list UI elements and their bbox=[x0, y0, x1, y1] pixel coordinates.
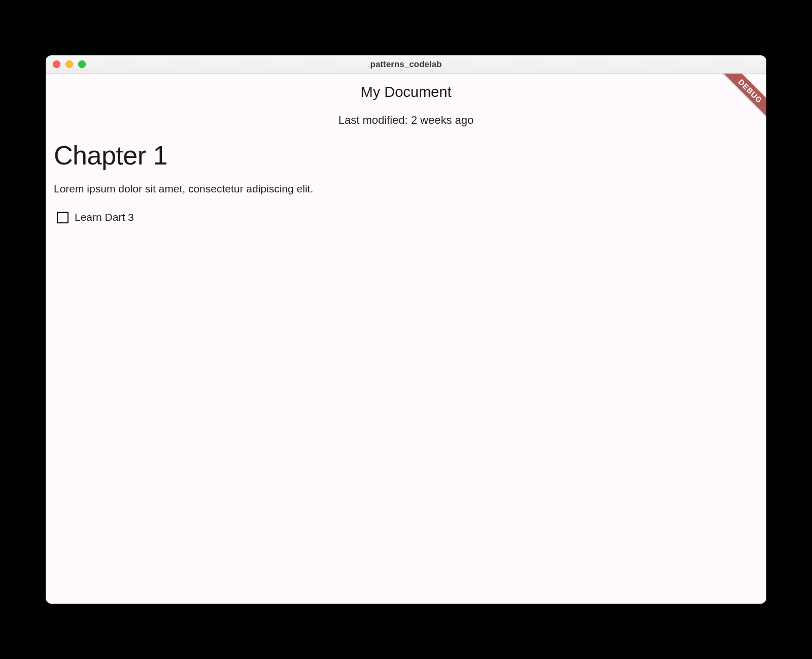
titlebar: patterns_codelab bbox=[46, 55, 766, 74]
minimize-icon[interactable] bbox=[65, 60, 73, 68]
last-modified-text: Last modified: 2 weeks ago bbox=[46, 114, 766, 127]
app-window: patterns_codelab DEBUG My Document Last … bbox=[46, 55, 766, 604]
appbar: My Document bbox=[46, 74, 766, 101]
checkbox-label: Learn Dart 3 bbox=[75, 211, 134, 223]
maximize-icon[interactable] bbox=[78, 60, 86, 68]
checkbox-row: Learn Dart 3 bbox=[54, 211, 758, 223]
paragraph-text: Lorem ipsum dolor sit amet, consectetur … bbox=[54, 183, 758, 195]
content-area: Chapter 1 Lorem ipsum dolor sit amet, co… bbox=[46, 140, 766, 223]
checkbox-icon[interactable] bbox=[57, 212, 69, 223]
page-title: My Document bbox=[46, 84, 766, 101]
traffic-lights bbox=[46, 60, 86, 68]
close-icon[interactable] bbox=[53, 60, 60, 68]
chapter-heading: Chapter 1 bbox=[54, 140, 758, 171]
app-body: DEBUG My Document Last modified: 2 weeks… bbox=[46, 74, 766, 604]
window-title: patterns_codelab bbox=[46, 59, 766, 70]
